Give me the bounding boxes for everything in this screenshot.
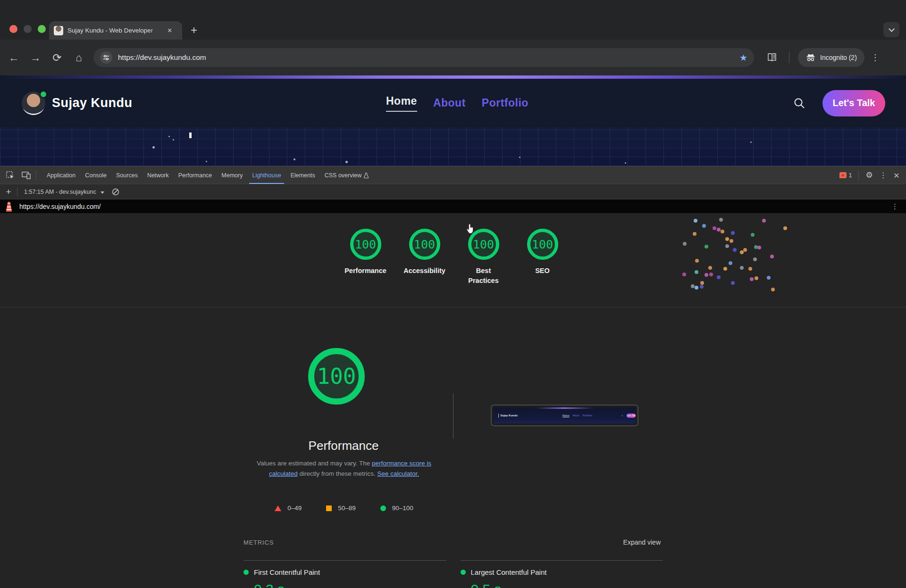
lighthouse-report: 100 Performance 100 Accessibility 100 Be… — [0, 213, 906, 588]
clear-reports-icon[interactable] — [112, 188, 119, 196]
tab-title: Sujay Kundu - Web Developer — [67, 27, 167, 34]
category-best-practices[interactable]: 100 Best Practices — [454, 229, 513, 286]
metric-fcp: First Contentful Paint 0.3 s — [243, 560, 446, 588]
lighthouse-icon — [5, 201, 13, 212]
category-seo[interactable]: 100 SEO — [513, 229, 572, 286]
select-chevron-icon — [101, 191, 104, 194]
report-url-bar: https://dev.sujaykundu.com/ ⋮ — [0, 199, 906, 213]
tab-performance[interactable]: Performance — [174, 166, 217, 184]
url-text[interactable]: https://dev.sujaykundu.com — [118, 53, 736, 62]
reading-list-icon[interactable] — [766, 52, 778, 63]
tab-network[interactable]: Network — [143, 166, 174, 184]
score-gauge: 100 — [350, 229, 381, 260]
nav-link-home[interactable]: Home — [386, 95, 417, 112]
legend-label: 0–49 — [287, 505, 302, 512]
metric-label: Largest Contentful Paint — [471, 568, 547, 576]
tab-close-icon[interactable]: × — [168, 26, 172, 35]
incognito-label: Incognito (2) — [820, 54, 857, 61]
performance-score-gauge: 100 — [308, 348, 365, 405]
legend-pass-icon — [380, 505, 386, 511]
forward-button[interactable]: → — [25, 51, 46, 64]
window-controls — [9, 25, 46, 33]
score-gauge: 100 — [527, 229, 558, 260]
devtools-settings-icon[interactable]: ⚙ — [865, 170, 872, 180]
metric-label: First Contentful Paint — [254, 568, 320, 576]
category-performance[interactable]: 100 Performance — [336, 229, 395, 286]
browser-toolbar: ← → ⟳ ⌂ https://dev.sujaykundu.com ★ — [0, 40, 906, 75]
devtools-close-icon[interactable]: × — [894, 170, 899, 181]
metric-lcp: Largest Contentful Paint 0.5 s — [461, 560, 663, 588]
legend-fail-icon — [275, 505, 281, 511]
thumb-nav-portfolio: Portfolio — [583, 414, 592, 417]
site-settings-icon[interactable] — [100, 51, 112, 64]
minimize-window-button[interactable] — [24, 25, 32, 33]
search-icon[interactable] — [793, 97, 805, 109]
page-glow-divider — [0, 75, 906, 79]
lets-talk-button[interactable]: Let's Talk — [822, 90, 885, 116]
report-menu-icon[interactable]: ⋮ — [891, 202, 898, 211]
score-gauge: 100 — [409, 229, 440, 260]
column-divider — [453, 394, 453, 439]
expand-view-button[interactable]: Expand view — [623, 538, 661, 546]
scores-summary: 100 Performance 100 Accessibility 100 Be… — [0, 213, 906, 307]
category-accessibility[interactable]: 100 Accessibility — [395, 229, 454, 286]
devtools-menu-icon[interactable]: ⋮ — [880, 171, 887, 180]
tab-favicon — [54, 26, 63, 35]
browser-window: Sujay Kundu - Web Developer × + ← → ⟳ ⌂ … — [0, 0, 906, 588]
tab-memory[interactable]: Memory — [217, 166, 247, 184]
nav-link-about[interactable]: About — [433, 97, 466, 109]
metric-value: 0.3 s — [254, 581, 446, 588]
thumb-cta: Let's Talk — [627, 414, 636, 418]
toolbar-divider — [789, 52, 789, 63]
session-divider — [17, 188, 17, 196]
tab-application[interactable]: Application — [42, 166, 80, 184]
issues-icon: × — [839, 172, 847, 178]
bookmark-star-icon[interactable]: ★ — [739, 52, 747, 63]
tab-strip: Sujay Kundu - Web Developer × + — [0, 0, 906, 40]
site-logo[interactable]: Sujay Kundu — [22, 91, 133, 115]
metric-pass-icon — [243, 570, 249, 575]
avatar — [22, 91, 45, 115]
incognito-icon — [805, 53, 816, 62]
browser-tab[interactable]: Sujay Kundu - Web Developer × — [49, 21, 182, 40]
tab-css-overview[interactable]: CSS overview — [320, 166, 374, 184]
address-bar[interactable]: https://dev.sujaykundu.com ★ — [93, 48, 754, 67]
score-gauge: 100 — [468, 229, 499, 260]
close-window-button[interactable] — [9, 25, 17, 33]
detail-category-title: Performance — [252, 439, 436, 453]
see-calculator-link[interactable]: See calculator. — [378, 470, 419, 477]
zoom-window-button[interactable] — [38, 25, 46, 33]
chevron-down-icon — [889, 26, 895, 32]
issues-counter[interactable]: × 1 — [839, 172, 852, 179]
new-report-button[interactable]: + — [0, 187, 17, 197]
metric-value: 0.5 s — [471, 581, 663, 588]
tab-lighthouse[interactable]: Lighthouse — [247, 166, 285, 184]
tab-elements[interactable]: Elements — [286, 166, 320, 184]
thumb-brand: Sujay Kundu — [500, 414, 518, 417]
back-button[interactable]: ← — [3, 51, 25, 64]
reload-button[interactable]: ⟳ — [46, 51, 68, 64]
page-screenshot-thumbnail[interactable]: Sujay Kundu Home About Portfolio ⌕ Let's… — [491, 405, 638, 426]
report-select[interactable]: 1:57:15 AM - dev.sujaykunc — [24, 189, 96, 195]
brand-name: Sujay Kundu — [52, 96, 133, 110]
tab-console[interactable]: Console — [80, 166, 111, 184]
tab-search-button[interactable] — [883, 22, 899, 37]
thumb-search-icon: ⌕ — [621, 414, 623, 417]
new-tab-button[interactable]: + — [191, 24, 197, 37]
legend-label: 50–89 — [338, 505, 356, 512]
inspect-element-icon[interactable] — [4, 169, 17, 182]
online-status-dot — [40, 91, 47, 98]
site-nav: Home About Portfolio — [386, 79, 528, 127]
lighthouse-session-bar: + 1:57:15 AM - dev.sujaykunc — [0, 185, 906, 199]
score-description: Values are estimated and may vary. The p… — [252, 458, 436, 479]
nav-link-portfolio[interactable]: Portfolio — [482, 97, 528, 109]
devtools-toolbar: Application Console Sources Network Perf… — [0, 166, 906, 184]
site-header: Sujay Kundu Home About Portfolio Let's T… — [0, 79, 906, 127]
home-button[interactable]: ⌂ — [68, 51, 90, 64]
tab-sources[interactable]: Sources — [111, 166, 143, 184]
toggle-device-toolbar-icon[interactable] — [20, 169, 33, 182]
experiment-flask-icon — [364, 173, 369, 178]
browser-menu-button[interactable]: ⋮ — [871, 52, 880, 63]
metric-pass-icon — [461, 570, 466, 575]
desc-text: Values are estimated and may vary. The — [257, 460, 372, 467]
